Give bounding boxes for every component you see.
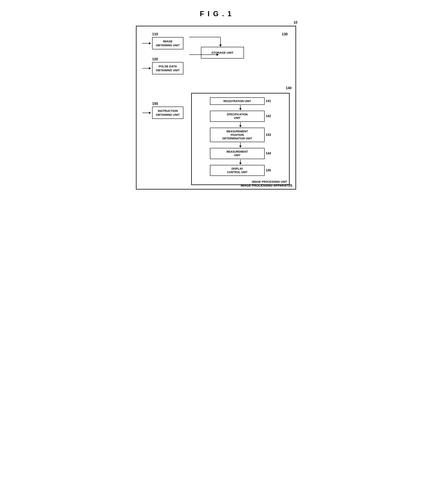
svg-marker-2: [219, 45, 222, 47]
display-control-box: DISPLAY CONTROL UNIT: [210, 165, 265, 176]
ref-140: 140: [286, 86, 292, 90]
ref-144: 144: [266, 152, 271, 155]
measurement-box: MEASUREMENT UNIT: [210, 148, 265, 159]
processing-inner: REGISTRATION UNIT 141 SPECIFIC: [196, 97, 285, 182]
ref-10: 10: [294, 20, 297, 25]
ref-145: 145: [266, 169, 271, 172]
registration-box: REGISTRATION UNIT: [210, 97, 265, 105]
overlay-arrows: [0, 0, 59, 29]
page-container: F I G . 1 10 110: [128, 4, 304, 197]
ref-150: 150: [152, 102, 158, 106]
image-obtaining-box: IMAGE OBTAINING UNIT: [152, 37, 183, 49]
figure-title: F I G . 1: [136, 10, 296, 18]
apparatus-box: 10 110: [136, 26, 296, 189]
pulse-data-box: PULSE DATA OBTAINING UNIT: [152, 62, 183, 74]
processing-unit-label: IMAGE PROCESSING UNIT: [252, 180, 287, 183]
ref-141: 141: [266, 99, 271, 103]
apparatus-label: IMAGE PROCESSING APPARATUS: [241, 184, 292, 187]
instruction-box: INSTRUCTION OBTAINING UNIT: [152, 107, 183, 119]
ref-142: 142: [266, 114, 271, 118]
measurement-position-box: MEASUREMENT POSITION DETERMINATION UNIT: [210, 128, 265, 142]
svg-marker-4: [217, 54, 219, 56]
connection-lines-svg: [189, 31, 290, 70]
ref-110: 110: [152, 32, 158, 36]
processing-box: IMAGE PROCESSING UNIT REGISTRATION UNIT …: [191, 93, 290, 185]
specification-box: SPECIFICATION UNIT: [210, 111, 265, 122]
ref-143: 143: [266, 133, 271, 137]
ref-120: 120: [152, 57, 158, 61]
